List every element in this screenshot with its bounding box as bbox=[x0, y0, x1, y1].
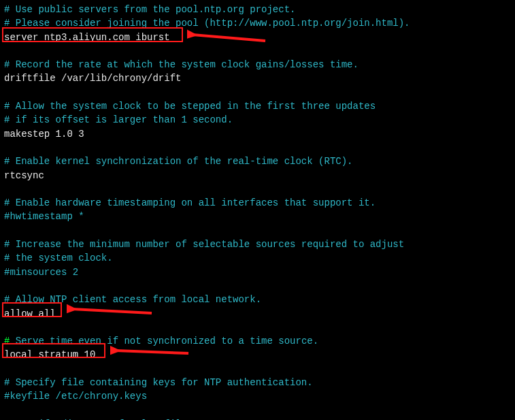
config-directive-driftfile[interactable]: driftfile /var/lib/chrony/drift bbox=[4, 71, 511, 85]
config-comment-cursor[interactable]: # Serve time even if not synchronized to… bbox=[4, 334, 511, 348]
config-comment: # Specify directory for log files. bbox=[4, 417, 511, 420]
config-comment-disabled[interactable]: #keyfile /etc/chrony.keys bbox=[4, 389, 511, 403]
blank-line bbox=[4, 321, 511, 334]
config-comment: # Record the rate at which the system cl… bbox=[4, 58, 511, 71]
blank-line bbox=[4, 224, 511, 238]
config-directive-makestep[interactable]: makestep 1.0 3 bbox=[4, 127, 511, 141]
config-comment-disabled[interactable]: #hwtimestamp * bbox=[4, 210, 511, 223]
config-comment: # Allow the system clock to be stepped i… bbox=[4, 99, 511, 113]
config-comment: # Use public servers from the pool.ntp.o… bbox=[4, 3, 511, 16]
blank-line bbox=[4, 141, 511, 155]
blank-line bbox=[4, 86, 511, 99]
config-comment: # Enable kernel synchronization of the r… bbox=[4, 155, 511, 168]
config-comment: # Allow NTP client access from local net… bbox=[4, 293, 511, 306]
blank-line bbox=[4, 404, 511, 417]
config-directive-rtcsync[interactable]: rtcsync bbox=[4, 169, 511, 182]
blank-line bbox=[4, 362, 511, 376]
blank-line bbox=[4, 279, 511, 293]
config-comment: # Increase the minimum number of selecta… bbox=[4, 238, 511, 251]
config-comment: # the system clock. bbox=[4, 251, 511, 265]
blank-line bbox=[4, 182, 511, 196]
config-comment-disabled[interactable]: #minsources 2 bbox=[4, 265, 511, 279]
config-comment: # if its offset is larger than 1 second. bbox=[4, 113, 511, 127]
config-comment-text: Serve time even if not synchronized to a… bbox=[10, 336, 318, 346]
config-comment: # Please consider joining the pool (http… bbox=[4, 16, 511, 30]
config-directive-allow[interactable]: allow all bbox=[4, 307, 511, 321]
config-directive-server[interactable]: server ntp3.aliyun.com iburst bbox=[4, 31, 511, 44]
config-comment: # Specify file containing keys for NTP a… bbox=[4, 376, 511, 389]
config-comment: # Enable hardware timestamping on all in… bbox=[4, 196, 511, 210]
blank-line bbox=[4, 44, 511, 58]
config-directive-local[interactable]: local stratum 10 bbox=[4, 348, 511, 361]
